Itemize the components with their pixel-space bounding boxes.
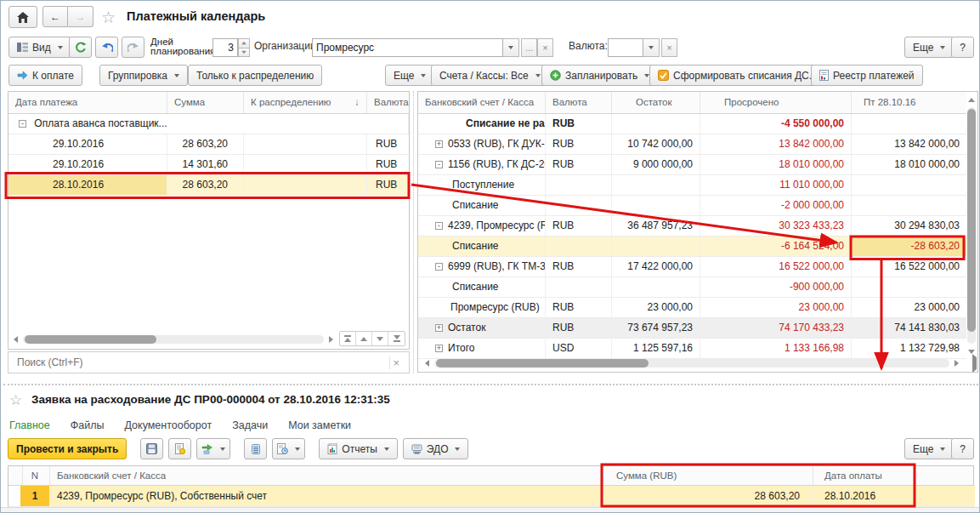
document-help-button[interactable]: ?: [951, 438, 974, 459]
table-row-writeoff-selected[interactable]: Списание -6 164 524,00 -28 603,20: [418, 237, 966, 257]
tab-main[interactable]: Главное: [9, 419, 50, 431]
column-header-date[interactable]: Дата платежа: [8, 92, 167, 113]
go-up-icon[interactable]: [356, 332, 372, 345]
table-row-account[interactable]: Промресурс (RUB) RUB 23 000,00 23 000,00…: [418, 298, 966, 318]
organization-input[interactable]: [312, 38, 503, 57]
grouping-button[interactable]: Группировка: [99, 65, 188, 86]
horizontal-scrollbar[interactable]: [8, 332, 338, 347]
scroll-right-icon[interactable]: [326, 333, 337, 345]
search-field[interactable]: [15, 356, 389, 369]
document-more-button[interactable]: Еще: [904, 438, 954, 459]
scroll-left-icon[interactable]: [10, 333, 21, 345]
table-row-account[interactable]: -1156 (RUB), ГК ДС-20 RUB 9 000 000,00 1…: [418, 155, 966, 175]
reports-button[interactable]: Отчеты: [319, 438, 397, 459]
organization-clear-button[interactable]: ×: [537, 38, 553, 57]
spin-down-icon[interactable]: [238, 48, 250, 58]
spin-up-icon[interactable]: [238, 38, 250, 48]
column-header-account[interactable]: Банковский счет / Касса: [418, 92, 546, 113]
scroll-up-icon[interactable]: [966, 94, 977, 105]
collapse-icon[interactable]: -: [435, 161, 443, 168]
go-first-icon[interactable]: [340, 332, 356, 345]
view-button[interactable]: Вид: [8, 37, 71, 58]
table-row-selected[interactable]: 28.10.2016 28 603,20 RUB: [8, 175, 409, 196]
column-header-currency[interactable]: Валюта: [546, 92, 612, 113]
column-header-day[interactable]: Пт 28.10.16: [852, 92, 966, 113]
expand-icon[interactable]: +: [435, 140, 443, 148]
column-header-distribution[interactable]: К распределению ↓: [244, 92, 367, 113]
create-based-on-button[interactable]: [196, 438, 230, 459]
organization-field[interactable]: ... ×: [312, 38, 553, 57]
favorite-star-icon[interactable]: ☆: [9, 391, 22, 409]
payment-registry-button[interactable]: Реестр платежей: [811, 65, 923, 86]
schedule-button[interactable]: [272, 438, 305, 459]
group-row[interactable]: - Оплата аванса поставщик...: [8, 114, 409, 134]
search-clear-icon[interactable]: ×: [389, 356, 402, 369]
column-header-overdue[interactable]: Просрочено: [700, 92, 852, 113]
go-last-icon[interactable]: [388, 332, 405, 345]
post-button[interactable]: [168, 438, 191, 459]
help-button[interactable]: ?: [951, 37, 974, 58]
column-header-n[interactable]: N: [20, 466, 50, 485]
table-row-unallocated[interactable]: Списание не распределено RUB -4 550 000,…: [418, 114, 966, 134]
form-writeoffs-button[interactable]: Сформировать списания ДС...: [649, 65, 826, 86]
planning-days-stepper[interactable]: [212, 38, 250, 57]
back-button[interactable]: ←: [42, 6, 68, 27]
corner-scroll-right-icon[interactable]: [972, 357, 977, 369]
expand-icon[interactable]: +: [435, 345, 443, 352]
post-and-close-button[interactable]: Провести и закрыть: [8, 438, 127, 459]
collapse-icon[interactable]: -: [435, 222, 443, 230]
only-distribution-button[interactable]: Только к распределению: [188, 65, 322, 86]
table-row-account[interactable]: -4239, Промресурс (RUB), ... RUB 36 487 …: [418, 216, 966, 237]
edo-button[interactable]: ЭДО: [403, 438, 469, 459]
left-panel-more-button[interactable]: Еще: [385, 65, 434, 86]
organization-dropdown[interactable]: [503, 38, 519, 57]
scroll-left-icon[interactable]: [422, 357, 433, 369]
tab-files[interactable]: Файлы: [71, 419, 105, 431]
column-header-date[interactable]: Дата оплаты: [813, 466, 915, 485]
table-row-account[interactable]: -6999 (RUB), ГК ТМ-30 RUB 17 422 000,00 …: [418, 257, 966, 277]
undo-button[interactable]: [95, 37, 118, 58]
form-more-button[interactable]: Еще: [904, 37, 954, 58]
forward-button[interactable]: →: [68, 6, 93, 27]
column-header-currency[interactable]: Валюта: [367, 92, 411, 113]
currency-clear-button[interactable]: ×: [661, 38, 677, 57]
save-button[interactable]: [140, 438, 163, 459]
plan-button[interactable]: Запланировать: [541, 65, 658, 86]
section-splitter[interactable]: [3, 384, 978, 385]
panel-splitter[interactable]: [413, 91, 414, 373]
table-row-account[interactable]: +0533 (RUB), ГК ДУК-15 RUB 10 742 000,00…: [418, 134, 966, 155]
table-row-writeoff[interactable]: Списание -2 000 000,00: [418, 196, 966, 216]
to-pay-button[interactable]: К оплате: [8, 65, 82, 86]
currency-dropdown[interactable]: [643, 38, 660, 57]
tab-notes[interactable]: Мои заметки: [288, 419, 351, 431]
redo-button[interactable]: [122, 37, 144, 58]
document-table-row-selected[interactable]: 1 4239, Промресурс (RUB), Собственный сч…: [8, 486, 973, 507]
home-button[interactable]: [8, 6, 37, 28]
planning-days-input[interactable]: [212, 38, 238, 57]
horizontal-scrollbar[interactable]: [420, 356, 964, 371]
accounts-filter-button[interactable]: Счета / Кассы: Все: [431, 65, 549, 86]
collapse-icon[interactable]: -: [19, 120, 26, 128]
table-row-balance-total[interactable]: +Остаток RUB 73 674 957,23 74 170 433,23…: [418, 318, 966, 339]
go-down-icon[interactable]: [372, 332, 388, 345]
column-header-balance[interactable]: Остаток: [612, 92, 700, 113]
table-row-inflow[interactable]: Поступление 11 010 000,00: [418, 175, 966, 196]
favorite-star-icon[interactable]: ☆: [101, 8, 116, 27]
column-header-amount[interactable]: Сумма (RUB): [603, 466, 813, 485]
scroll-right-icon[interactable]: [951, 357, 962, 369]
vertical-scrollbar[interactable]: [966, 92, 977, 359]
column-header-account[interactable]: Банковский счет / Касса: [50, 466, 603, 485]
expand-icon[interactable]: +: [435, 324, 443, 332]
collapse-icon[interactable]: -: [435, 263, 443, 271]
tab-tasks[interactable]: Задачи: [232, 419, 268, 431]
refresh-button[interactable]: [69, 37, 92, 58]
table-row[interactable]: 29.10.2016 14 301,60 RUB: [8, 155, 409, 175]
organization-ellipsis-button[interactable]: ...: [521, 38, 537, 57]
column-header-amount[interactable]: Сумма: [167, 92, 244, 113]
currency-field[interactable]: ×: [608, 38, 677, 57]
tab-workflow[interactable]: Документооборот: [124, 419, 212, 431]
search-input[interactable]: ×: [8, 351, 410, 373]
register-records-button[interactable]: [244, 438, 267, 459]
currency-input[interactable]: [608, 38, 643, 57]
table-row[interactable]: 29.10.2016 28 603,20 RUB: [8, 134, 409, 155]
